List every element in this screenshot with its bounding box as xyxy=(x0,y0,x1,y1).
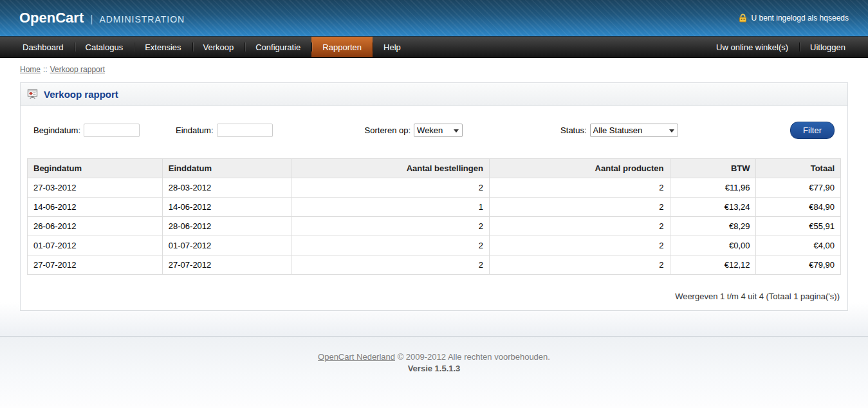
cell-totaal: €55,91 xyxy=(756,217,841,236)
lock-icon xyxy=(738,14,748,23)
presentation-chart-icon xyxy=(27,89,38,100)
footer-opencart-link[interactable]: OpenCart Nederland xyxy=(318,352,395,362)
breadcrumb: Home::Verkoop rapport xyxy=(20,65,848,74)
nav-item-online-winkels[interactable]: Uw online winkel(s) xyxy=(705,37,799,57)
page-content: Home::Verkoop rapport Verkoop rapport xyxy=(0,58,868,336)
page-title: Verkoop rapport xyxy=(44,89,118,100)
cell-bestellingen: 2 xyxy=(291,255,489,275)
cell-begindatum: 27-07-2012 xyxy=(28,255,163,275)
status-label: Status: xyxy=(560,125,586,135)
panel-body: Begindatum: Eindatum: Sorteren op: Weken xyxy=(21,106,847,310)
sort-group: Sorteren op: Weken xyxy=(365,124,463,137)
cell-totaal: €4,00 xyxy=(756,236,841,255)
logo: OpenCart | ADMINISTRATION xyxy=(19,10,185,26)
nav-item-rapporten[interactable]: Rapporten xyxy=(311,37,373,57)
end-date-label: Eindatum: xyxy=(176,125,214,135)
sort-label: Sorteren op: xyxy=(365,125,411,135)
col-begindatum: Begindatum xyxy=(28,159,163,178)
cell-producten: 2 xyxy=(489,198,670,217)
breadcrumb-separator: :: xyxy=(43,65,48,74)
cell-begindatum: 01-07-2012 xyxy=(28,236,163,255)
pagination-status: Weergeven 1 t/m 4 uit 4 (Totaal 1 pagina… xyxy=(27,292,841,301)
sort-select[interactable]: Weken xyxy=(414,124,463,137)
begin-date-input[interactable] xyxy=(84,124,140,137)
cell-einddatum: 14-06-2012 xyxy=(162,198,291,217)
table-row: 01-07-2012 01-07-2012 2 2 €0,00 €4,00 xyxy=(28,236,841,255)
footer-copyright-line: OpenCart Nederland © 2009-2012 Alle rech… xyxy=(0,352,868,362)
nav-left: Dashboard Catalogus Extensies Verkoop Co… xyxy=(12,37,412,57)
cell-begindatum: 27-03-2012 xyxy=(28,178,163,198)
footer-version: Versie 1.5.1.3 xyxy=(0,364,868,373)
table-header-row: Begindatum Einddatum Aantal bestellingen… xyxy=(28,159,841,178)
cell-begindatum: 26-06-2012 xyxy=(28,217,163,236)
cell-totaal: €84,90 xyxy=(756,198,841,217)
cell-begindatum: 14-06-2012 xyxy=(28,198,163,217)
nav-item-uitloggen[interactable]: Uitloggen xyxy=(799,37,856,57)
breadcrumb-home-link[interactable]: Home xyxy=(20,65,41,74)
nav-item-extensies[interactable]: Extensies xyxy=(134,37,192,57)
cell-einddatum: 01-07-2012 xyxy=(162,236,291,255)
cell-btw: €11,96 xyxy=(670,178,756,198)
begin-date-label: Begindatum: xyxy=(33,125,80,135)
nav-item-verkoop[interactable]: Verkoop xyxy=(192,37,245,57)
app-header: OpenCart | ADMINISTRATION U bent ingelog… xyxy=(0,0,868,37)
filter-row: Begindatum: Eindatum: Sorteren op: Weken xyxy=(27,122,841,139)
col-totaal: Totaal xyxy=(756,159,841,178)
cell-btw: €0,00 xyxy=(670,236,756,255)
table-row: 26-06-2012 28-06-2012 2 2 €8,29 €55,91 xyxy=(28,217,841,236)
logo-subtitle: ADMINISTRATION xyxy=(99,14,185,24)
nav-item-configuratie[interactable]: Configuratie xyxy=(245,37,311,57)
cell-totaal: €77,90 xyxy=(756,178,841,198)
report-panel: Verkoop rapport Begindatum: Eindatum: So… xyxy=(20,82,848,311)
cell-totaal: €79,90 xyxy=(756,255,841,275)
nav-item-dashboard[interactable]: Dashboard xyxy=(12,37,75,57)
panel-heading: Verkoop rapport xyxy=(21,83,847,106)
col-einddatum: Einddatum xyxy=(162,159,291,178)
nav-item-catalogus[interactable]: Catalogus xyxy=(75,37,134,57)
table-row: 14-06-2012 14-06-2012 1 2 €13,24 €84,90 xyxy=(28,198,841,217)
col-aantal-bestellingen: Aantal bestellingen xyxy=(291,159,489,178)
cell-bestellingen: 1 xyxy=(291,198,489,217)
cell-bestellingen: 2 xyxy=(291,236,489,255)
end-date-group: Eindatum: xyxy=(176,124,273,137)
main-nav: Dashboard Catalogus Extensies Verkoop Co… xyxy=(0,37,868,58)
cell-einddatum: 28-03-2012 xyxy=(162,178,291,198)
sort-select-wrap: Weken xyxy=(414,124,463,137)
cell-einddatum: 28-06-2012 xyxy=(162,217,291,236)
col-aantal-producten: Aantal producten xyxy=(489,159,670,178)
cell-bestellingen: 2 xyxy=(291,178,489,198)
cell-producten: 2 xyxy=(489,236,670,255)
footer-copyright-text: © 2009-2012 Alle rechten voorbehouden. xyxy=(398,352,550,362)
cell-producten: 2 xyxy=(489,217,670,236)
status-select[interactable]: Alle Statusen xyxy=(590,124,678,137)
logo-text: OpenCart xyxy=(19,10,84,26)
status-group: Status: Alle Statusen xyxy=(560,124,678,137)
cell-bestellingen: 2 xyxy=(291,217,489,236)
table-row: 27-03-2012 28-03-2012 2 2 €11,96 €77,90 xyxy=(28,178,841,198)
cell-producten: 2 xyxy=(489,255,670,275)
nav-right: Uw online winkel(s) Uitloggen xyxy=(705,37,856,57)
cell-btw: €12,12 xyxy=(670,255,756,275)
breadcrumb-current-link[interactable]: Verkoop rapport xyxy=(50,65,105,74)
end-date-input[interactable] xyxy=(217,124,273,137)
begin-date-group: Begindatum: xyxy=(33,124,140,137)
table-row: 27-07-2012 27-07-2012 2 2 €12,12 €79,90 xyxy=(28,255,841,275)
cell-einddatum: 27-07-2012 xyxy=(162,255,291,275)
app-footer: OpenCart Nederland © 2009-2012 Alle rech… xyxy=(0,336,868,408)
login-status: U bent ingelogd als hqseeds xyxy=(738,14,849,23)
status-select-wrap: Alle Statusen xyxy=(590,124,678,137)
col-btw: BTW xyxy=(670,159,756,178)
cell-btw: €13,24 xyxy=(670,198,756,217)
login-status-text: U bent ingelogd als hqseeds xyxy=(752,14,849,23)
logo-divider: | xyxy=(90,14,93,25)
nav-item-help[interactable]: Help xyxy=(373,37,412,57)
sales-report-table: Begindatum Einddatum Aantal bestellingen… xyxy=(27,158,841,275)
cell-producten: 2 xyxy=(489,178,670,198)
filter-button[interactable]: Filter xyxy=(790,122,835,139)
cell-btw: €8,29 xyxy=(670,217,756,236)
